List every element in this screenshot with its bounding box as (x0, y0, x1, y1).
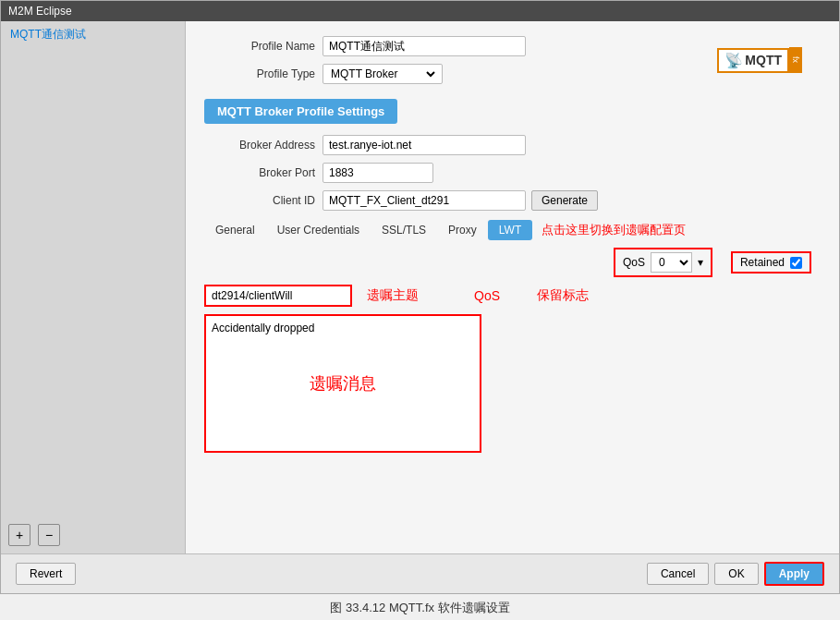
retained-checkbox[interactable] (790, 257, 802, 269)
generate-button[interactable]: Generate (531, 190, 598, 211)
message-text: Accidentally dropped (212, 322, 314, 334)
qos-box: QoS 0 1 2 ▾ (614, 248, 712, 277)
profile-type-row: Profile Type MQTT Broker (204, 64, 736, 84)
broker-address-row: Broker Address (204, 135, 821, 155)
broker-port-input[interactable] (323, 163, 433, 183)
window-body: MQTT通信测试 + − 📡 MQTT fx Pro (1, 21, 839, 553)
profile-type-select[interactable]: MQTT Broker (327, 67, 438, 81)
lwt-section: QoS 0 1 2 ▾ Retained (204, 248, 821, 453)
qos-retained-row: QoS 0 1 2 ▾ Retained (204, 248, 811, 277)
profile-type-dropdown[interactable]: MQTT Broker (323, 64, 443, 84)
mqtt-logo: 📡 MQTT fx (717, 47, 802, 73)
mqtt-logo-box: 📡 MQTT (717, 48, 789, 73)
mqtt-logo-edge: fx (789, 47, 802, 73)
ok-button[interactable]: OK (714, 563, 758, 585)
sidebar-item-label: MQTT通信测试 (10, 28, 86, 41)
broker-port-label: Broker Port (204, 166, 315, 179)
profile-name-label: Profile Name (204, 40, 315, 53)
tab-general[interactable]: General (204, 220, 266, 240)
figure-caption: 图 33.4.12 MQTT.fx 软件遗嘱设置 (330, 594, 509, 620)
tab-lwt[interactable]: LWT (488, 220, 532, 240)
broker-address-label: Broker Address (204, 139, 315, 152)
mqtt-logo-text: MQTT (745, 53, 782, 67)
qos-dropdown-icon: ▾ (698, 256, 703, 269)
profile-type-label: Profile Type (204, 67, 315, 80)
profile-name-input[interactable] (323, 36, 526, 56)
sidebar: MQTT通信测试 + − (1, 21, 186, 553)
topic-input[interactable] (204, 285, 352, 307)
client-id-label: Client ID (204, 194, 315, 207)
client-id-row: Client ID Generate (204, 190, 821, 211)
message-annotation: 遗嘱消息 (310, 372, 376, 395)
qos-label: QoS (623, 256, 645, 269)
qos-annotation: QoS (474, 288, 500, 303)
app-name: M2M Eclipse (8, 5, 72, 18)
content-container: 📡 MQTT fx Profile Name Profile Type MQTT (204, 36, 821, 453)
main-window: M2M Eclipse MQTT通信测试 + − 📡 MQTT (0, 0, 840, 594)
broker-settings-header: MQTT Broker Profile Settings (204, 99, 397, 124)
main-content: 📡 MQTT fx Profile Name Profile Type MQTT (186, 21, 839, 553)
broker-port-row: Broker Port (204, 163, 821, 183)
retained-annotation: 保留标志 (537, 287, 589, 304)
tab-proxy[interactable]: Proxy (437, 220, 488, 240)
cancel-button[interactable]: Cancel (647, 563, 709, 585)
topic-row: 遗嘱主题 QoS 保留标志 (204, 285, 821, 307)
broker-address-input[interactable] (323, 135, 526, 155)
sidebar-bottom: + − (1, 517, 185, 553)
sidebar-item-mqtt[interactable]: MQTT通信测试 (1, 21, 185, 48)
profile-name-row: Profile Name (204, 36, 736, 56)
qos-select[interactable]: 0 1 2 (651, 252, 692, 273)
title-bar: M2M Eclipse (1, 1, 839, 21)
mqtt-antenna-icon: 📡 (724, 52, 743, 69)
client-id-input[interactable] (323, 190, 526, 211)
retained-box: Retained (731, 251, 811, 274)
add-profile-button[interactable]: + (8, 524, 30, 546)
tab-ssl-tls[interactable]: SSL/TLS (371, 220, 437, 240)
apply-button[interactable]: Apply (764, 562, 824, 586)
remove-profile-button[interactable]: − (38, 524, 60, 546)
tab-user-credentials[interactable]: User Credentials (266, 220, 371, 240)
tab-annotation: 点击这里切换到遗嘱配置页 (542, 222, 686, 238)
section-header-container: MQTT Broker Profile Settings (204, 91, 821, 135)
tabs-row: General User Credentials SSL/TLS Proxy L… (204, 220, 821, 240)
message-area: Accidentally dropped 遗嘱消息 (204, 314, 481, 453)
topic-label-annotation: 遗嘱主题 (367, 287, 419, 304)
revert-button[interactable]: Revert (16, 563, 76, 585)
retained-label: Retained (740, 256, 785, 269)
bottom-bar: Revert Cancel OK Apply (1, 553, 839, 593)
